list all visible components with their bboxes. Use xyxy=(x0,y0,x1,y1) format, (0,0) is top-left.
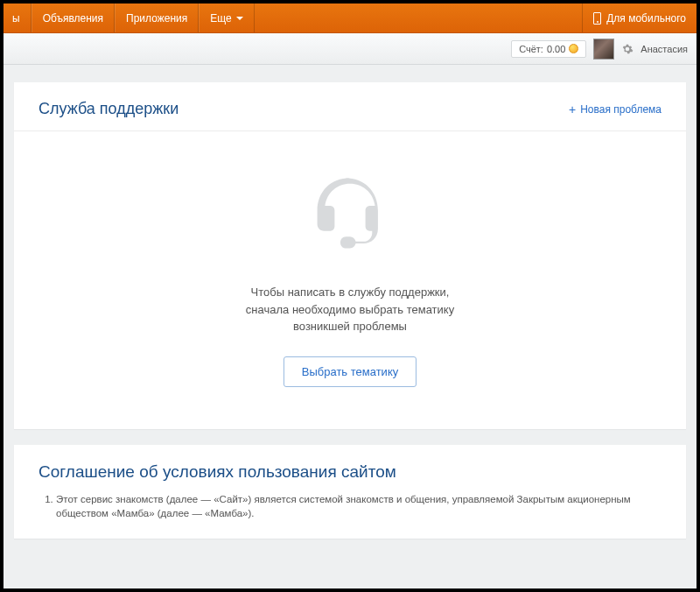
headset-icon xyxy=(302,166,398,263)
agreement-item: Этот сервис знакомств (далее — «Сайт») я… xyxy=(56,492,662,521)
balance-value: 0.00 xyxy=(547,44,565,54)
choose-topic-button[interactable]: Выбрать тематику xyxy=(284,356,416,387)
balance-widget[interactable]: Счёт: 0.00 xyxy=(511,40,586,58)
coin-icon xyxy=(569,44,578,53)
support-message: Чтобы написать в службу поддержки, снача… xyxy=(38,284,662,335)
new-issue-link[interactable]: + Новая проблема xyxy=(569,103,662,116)
mobile-icon xyxy=(593,12,601,25)
nav-item-more[interactable]: Еще xyxy=(199,4,254,32)
username-label[interactable]: Анастасия xyxy=(640,44,688,54)
user-bar: Счёт: 0.00 Анастасия xyxy=(4,33,696,65)
gear-icon[interactable] xyxy=(621,43,634,55)
plus-icon: + xyxy=(569,103,576,116)
top-navigation: ы Объявления Приложения Еще Для мобильно… xyxy=(4,4,696,33)
agreement-title: Соглашение об условиях пользования сайто… xyxy=(14,445,686,492)
chevron-down-icon xyxy=(236,17,243,20)
agreement-card: Соглашение об условиях пользования сайто… xyxy=(14,445,686,539)
support-card: Служба поддержки + Новая проблема Чтобы … xyxy=(14,82,686,429)
nav-item-partial[interactable]: ы xyxy=(4,4,32,32)
avatar[interactable] xyxy=(593,39,614,60)
support-title: Служба поддержки xyxy=(38,100,178,118)
nav-item-apps[interactable]: Приложения xyxy=(115,4,199,32)
nav-item-ads[interactable]: Объявления xyxy=(32,4,115,32)
agreement-list: Этот сервис знакомств (далее — «Сайт») я… xyxy=(14,492,686,539)
balance-label: Счёт: xyxy=(519,44,543,54)
mobile-link[interactable]: Для мобильного xyxy=(582,4,696,32)
